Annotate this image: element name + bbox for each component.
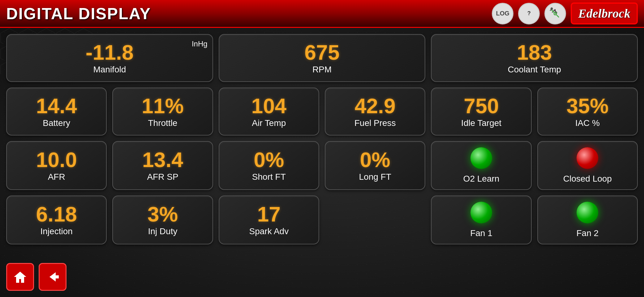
iac-value: 35% (566, 95, 608, 116)
short-ft-value: 0% (254, 149, 284, 170)
help-button[interactable]: ? (518, 3, 540, 24)
injection-value: 6.18 (36, 204, 77, 225)
header-controls: LOG ? Edelbrock (492, 2, 638, 24)
fuel-press-label: Fuel Press (354, 118, 396, 128)
short-ft-card: 0% Short FT (219, 141, 319, 190)
rpm-label: RPM (312, 65, 332, 75)
svg-point-0 (554, 12, 556, 15)
afr-sp-value: 13.4 (142, 149, 183, 170)
manifold-value: -11.8 (86, 42, 134, 63)
throttle-value: 11% (142, 95, 184, 116)
o2-learn-label: O2 Learn (463, 174, 500, 184)
fan2-label: Fan 2 (577, 228, 599, 238)
home-icon (12, 269, 28, 285)
injection-card: 6.18 Injection (6, 196, 107, 244)
injection-label: Injection (41, 226, 73, 236)
air-temp-value: 104 (251, 95, 286, 116)
manifold-label: Manifold (93, 65, 126, 75)
coolant-temp-card: 183 Coolant Temp (431, 34, 638, 82)
spark-adv-card: 17 Spark Adv (219, 196, 319, 244)
long-ft-label: Long FT (359, 172, 391, 182)
coolant-temp-label: Coolant Temp (508, 65, 561, 75)
bottom-nav (6, 263, 67, 291)
fan2-card: Fan 2 (537, 196, 638, 244)
throttle-card: 11% Throttle (112, 88, 213, 136)
spark-adv-value: 17 (257, 204, 281, 225)
idle-target-value: 750 (464, 95, 499, 116)
main-content: -11.8 Manifold InHg 675 RPM 183 Coolant … (0, 28, 644, 297)
closed-loop-label: Closed Loop (563, 174, 612, 184)
metrics-grid: -11.8 Manifold InHg 675 RPM 183 Coolant … (6, 34, 638, 244)
back-arrow-icon (45, 269, 60, 285)
manifold-card: -11.8 Manifold InHg (6, 34, 213, 82)
home-button[interactable] (6, 263, 34, 291)
long-ft-card: 0% Long FT (325, 141, 425, 190)
o2-learn-indicator (470, 147, 492, 169)
long-ft-value: 0% (360, 149, 390, 170)
afr-card: 10.0 AFR (6, 141, 107, 190)
air-temp-card: 104 Air Temp (219, 88, 319, 136)
fuel-press-value: 42.9 (354, 95, 395, 116)
air-temp-label: Air Temp (252, 118, 286, 128)
fan1-indicator (470, 202, 492, 223)
spark-adv-label: Spark Adv (249, 226, 289, 236)
iac-label: IAC % (575, 118, 600, 128)
header: DIGITAL DISPLAY LOG ? Edelbrock (0, 0, 644, 28)
back-button[interactable] (39, 263, 67, 291)
idle-target-label: Idle Target (461, 118, 501, 128)
iac-card: 35% IAC % (537, 88, 638, 136)
page-title: DIGITAL DISPLAY (6, 4, 151, 23)
inj-duty-card: 3% Inj Duty (112, 196, 213, 244)
closed-loop-card: Closed Loop (537, 141, 638, 190)
settings-icon-button[interactable] (544, 3, 566, 24)
inj-duty-value: 3% (148, 204, 178, 225)
throttle-label: Throttle (148, 118, 178, 128)
closed-loop-indicator (577, 147, 598, 169)
fan1-label: Fan 1 (470, 228, 492, 238)
short-ft-label: Short FT (252, 172, 286, 182)
fan1-card: Fan 1 (431, 196, 531, 244)
afr-sp-label: AFR SP (147, 172, 178, 182)
battery-label: Battery (43, 118, 70, 128)
fuel-press-card: 42.9 Fuel Press (325, 88, 425, 136)
battery-value: 14.4 (36, 95, 77, 116)
rpm-value: 675 (304, 42, 339, 63)
idle-target-card: 750 Idle Target (431, 88, 531, 136)
manifold-unit: InHg (192, 40, 208, 48)
coolant-temp-value: 183 (517, 42, 552, 63)
log-button[interactable]: LOG (492, 3, 513, 24)
svg-line-2 (556, 15, 559, 17)
wrench-icon (549, 7, 561, 20)
afr-value: 10.0 (36, 149, 77, 170)
edelbrock-logo: Edelbrock (571, 2, 638, 24)
afr-sp-card: 13.4 AFR SP (112, 141, 213, 190)
battery-card: 14.4 Battery (6, 88, 107, 136)
inj-duty-label: Inj Duty (148, 226, 178, 236)
afr-label: AFR (48, 172, 65, 182)
o2-learn-card: O2 Learn (431, 141, 531, 190)
fan2-indicator (577, 202, 598, 223)
rpm-card: 675 RPM (219, 34, 426, 82)
